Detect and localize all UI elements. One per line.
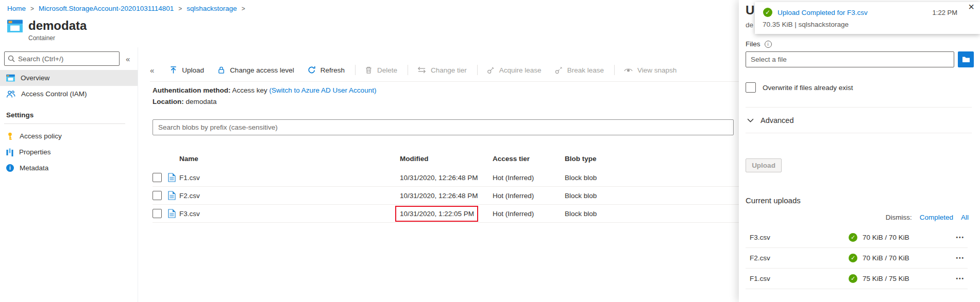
blob-type: Block blob [565,210,739,218]
change-access-level-button[interactable]: Change access level [217,66,294,74]
more-options-icon[interactable]: ••• [956,255,965,261]
more-options-icon[interactable]: ••• [956,276,965,281]
sidebar: « Overview Access Control (IA [0,47,138,302]
current-uploads-list: F3.csv ✓ 70 KiB / 70 KiB ••• F2.csv ✓ 70… [746,227,968,289]
file-select-input[interactable] [746,51,954,67]
success-check-icon: ✓ [849,274,857,283]
row-checkbox[interactable] [153,173,162,182]
breadcrumb-home[interactable]: Home [7,5,26,12]
toolbar-separator [614,65,615,75]
main-content: « Upload Change access level Refresh [139,47,739,302]
upload-list-item: F3.csv ✓ 70 KiB / 70 KiB ••• [746,227,968,248]
delete-button[interactable]: Delete [365,66,397,74]
blob-list: Name Modified Access tier Blob type F1.c… [153,148,739,223]
sidebar-item-access-control[interactable]: Access Control (IAM) [0,86,138,102]
toolbar-divider [150,81,739,82]
refresh-button[interactable]: Refresh [308,66,345,74]
break-lease-icon [555,66,563,74]
blob-type: Block blob [565,192,739,200]
sidebar-item-metadata[interactable]: i Metadata [0,160,138,176]
upload-list-item: F2.csv ✓ 70 KiB / 70 KiB ••• [746,248,968,269]
blob-name[interactable]: F1.csv [179,174,400,182]
toolbar-separator [477,65,478,75]
blob-type: Block blob [565,174,739,182]
blob-access-tier: Hot (Inferred) [493,174,565,182]
sidebar-divider [4,123,125,124]
upload-completed-toast: ✓ Upload Completed for F3.csv 1:22 PM 70… [755,2,980,34]
container-icon [7,19,23,33]
row-checkbox[interactable] [153,191,162,200]
more-options-icon[interactable]: ••• [956,235,965,240]
blob-list-header: Name Modified Access tier Blob type [153,148,739,169]
row-checkbox[interactable] [153,209,162,218]
key-icon [6,132,14,140]
breadcrumb-storage-account[interactable]: Microsoft.StorageAccount-20201031114801 [39,5,174,12]
dismiss-label: Dismiss: [886,214,912,221]
files-label-row: Files i [746,40,772,48]
dismiss-all-link[interactable]: All [961,214,969,221]
info-icon: i [765,41,772,48]
switch-auth-link[interactable]: (Switch to Azure AD User Account) [269,86,377,94]
upload-status: ✓ 75 KiB / 75 KiB [849,274,909,283]
sidebar-collapse-button[interactable]: « [126,55,130,63]
title-block: demodata Container [28,19,87,42]
panel-upload-button[interactable]: Upload [746,158,782,172]
lock-icon [217,66,225,74]
swap-arrows-icon [417,66,426,74]
auth-method-label: Authentication method: [153,86,231,94]
dismiss-row: Dismiss: Completed All [886,214,969,221]
refresh-icon [308,66,316,74]
info-icon: i [6,164,14,172]
toolbar-separator [355,65,356,75]
break-lease-button[interactable]: Break lease [555,66,604,74]
files-label: Files [746,40,761,48]
authentication-line: Authentication method: Access key (Switc… [153,85,376,96]
acquire-lease-button[interactable]: Acquire lease [487,66,542,74]
sidebar-search-row: « [4,51,134,66]
column-header-name[interactable]: Name [179,155,400,163]
success-check-icon: ✓ [763,8,772,17]
eye-icon [624,67,633,73]
toolbar-button-label: Acquire lease [499,66,542,74]
sidebar-item-label: Access policy [20,132,62,140]
container-icon [6,74,15,82]
page-header: demodata Container [7,19,87,42]
blob-access-tier: Hot (Inferred) [493,210,565,218]
sidebar-item-overview[interactable]: Overview [0,70,138,86]
breadcrumb-separator: > [242,5,245,12]
view-snapshots-button[interactable]: View snapsh [624,66,677,74]
upload-progress: 75 KiB / 75 KiB [863,275,909,282]
overwrite-checkbox[interactable] [746,82,756,93]
toolbar-collapse-button[interactable]: « [150,66,154,75]
sidebar-item-properties[interactable]: Properties [0,144,138,160]
sidebar-search-input[interactable] [18,55,116,63]
table-row[interactable]: F1.csv 10/31/2020, 12:26:48 PM Hot (Infe… [153,169,739,187]
table-row[interactable]: F2.csv 10/31/2020, 12:26:48 PM Hot (Infe… [153,187,739,205]
column-header-blob-type[interactable]: Blob type [565,155,739,163]
browse-files-button[interactable] [958,51,974,67]
close-icon[interactable]: × [968,2,974,12]
dismiss-completed-link[interactable]: Completed [920,214,953,221]
advanced-section-toggle[interactable]: Advanced [747,116,794,125]
auth-method-value: Access key [232,86,267,94]
toolbar-button-label: Refresh [320,66,345,74]
upload-status: ✓ 70 KiB / 70 KiB [849,254,909,262]
change-tier-button[interactable]: Change tier [417,66,467,74]
chevron-down-icon [747,118,754,122]
column-header-modified[interactable]: Modified [400,155,493,163]
sidebar-search-box [4,51,120,66]
sidebar-item-access-policy[interactable]: Access policy [0,128,138,144]
column-header-access-tier[interactable]: Access tier [493,155,565,163]
upload-button[interactable]: Upload [170,66,204,74]
toolbar-button-label: Change tier [431,66,467,74]
success-check-icon: ✓ [849,233,857,242]
page-subtitle: Container [28,34,87,42]
blob-search-input[interactable] [153,119,734,135]
toast-title-link[interactable]: Upload Completed for F3.csv [778,9,868,16]
blob-name[interactable]: F3.csv [179,210,400,218]
upload-status: ✓ 70 KiB / 70 KiB [849,233,909,242]
blob-name[interactable]: F2.csv [179,192,400,200]
breadcrumb-sqlshackstorage[interactable]: sqlshackstorage [187,5,237,12]
location-line: Location: demodata [153,96,376,108]
table-row[interactable]: F3.csv 10/31/2020, 1:22:05 PM Hot (Infer… [153,205,739,223]
